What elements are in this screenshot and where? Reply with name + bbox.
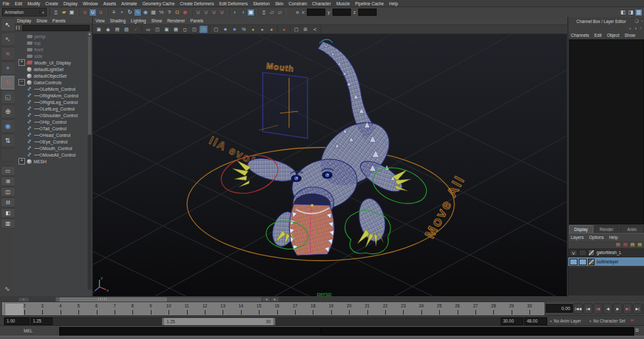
- keying-magnet-4-icon[interactable]: ∪: [218, 9, 226, 16]
- resolution-gate-icon[interactable]: ◫: [153, 26, 161, 33]
- two-pane-side-layout-button[interactable]: ◫: [1, 187, 15, 197]
- outliner-item-defaultlightset[interactable]: defaultLightSet: [14, 66, 92, 72]
- menu-modify[interactable]: Modify: [25, 1, 43, 6]
- outliner-item-mesh[interactable]: +MESH: [14, 158, 92, 165]
- outliner-item-mouth-ui-display[interactable]: +Mouth_UI_Display: [14, 59, 92, 66]
- menu-muscle[interactable]: Muscle: [334, 1, 353, 6]
- menu-pipeline-cache[interactable]: Pipeline Cache: [352, 1, 387, 6]
- auto-keyframe-icon[interactable]: ∞: [630, 317, 634, 323]
- keying-magnet-3-icon[interactable]: ∪: [210, 9, 218, 16]
- frame-selected-icon[interactable]: ◳: [200, 26, 207, 33]
- outliner-item-front[interactable]: front: [14, 46, 92, 53]
- layer-menu-options[interactable]: Options: [587, 235, 606, 240]
- image-plane-icon[interactable]: ▧: [122, 26, 130, 33]
- outliner-item-defaultobjectset[interactable]: defaultObjectSet: [14, 72, 92, 79]
- textured-display-icon[interactable]: ■: [230, 26, 238, 33]
- four-pane-layout-button[interactable]: ⊞: [1, 176, 15, 186]
- animation-start-field[interactable]: 1.00: [4, 317, 30, 325]
- percent-display-icon[interactable]: %: [240, 26, 248, 33]
- move-layer-down-icon[interactable]: ▤: [622, 242, 629, 248]
- x-coordinate-field[interactable]: [307, 9, 325, 16]
- menu-assets[interactable]: Assets: [101, 1, 119, 6]
- xray-joints-icon[interactable]: ⊞: [302, 26, 309, 33]
- render-pair-icon[interactable]: ◉: [142, 9, 149, 16]
- range-slider-bar[interactable]: 1.25 30: [162, 318, 275, 325]
- step-back-key-button[interactable]: |◀: [593, 303, 603, 314]
- channel-manipulator-icon[interactable]: +: [628, 26, 633, 31]
- grease-pencil-icon[interactable]: ∕: [132, 26, 140, 33]
- layer-gatormesh-l[interactable]: VgatorMesh_L: [568, 248, 644, 257]
- default-material-icon[interactable]: ●: [249, 26, 257, 33]
- save-scene-icon[interactable]: ▣: [68, 9, 76, 16]
- menu-character[interactable]: Character: [309, 1, 334, 6]
- outliner-item-moveall-control[interactable]: ∿MoveAll_Control: [14, 151, 92, 158]
- menu-file[interactable]: File: [0, 1, 12, 6]
- safe-title-icon[interactable]: ◫: [190, 26, 198, 33]
- menu-animate[interactable]: Animate: [119, 1, 140, 6]
- attribute-editor-toggle-icon[interactable]: ◨: [627, 9, 635, 16]
- outliner-item-side[interactable]: side: [14, 53, 92, 59]
- construction-history-icon[interactable]: ↻: [126, 9, 134, 16]
- camera-attributes-icon[interactable]: ◉: [104, 26, 112, 33]
- script-editor-icon[interactable]: ≣: [635, 327, 639, 333]
- step-forward-frame-button[interactable]: ▶|: [633, 303, 642, 314]
- soft-modification-icon[interactable]: ◉: [1, 119, 15, 133]
- menu-skin[interactable]: Skin: [273, 1, 286, 6]
- viewport-menu-lighting[interactable]: Lighting: [128, 18, 149, 23]
- outliner-item-hip-control[interactable]: ∿Hip_Control: [14, 118, 92, 125]
- snap-to-curve-icon[interactable]: ∪: [89, 9, 97, 16]
- layer-outlinelayer[interactable]: outlinelayer: [568, 257, 644, 267]
- lock-selection-icon[interactable]: Ω: [173, 9, 181, 16]
- channel-hyperbuild-icon[interactable]: ∕: [638, 26, 643, 31]
- layer-playback-toggle[interactable]: [579, 249, 587, 256]
- channel-menu-edit[interactable]: Edit: [591, 33, 604, 38]
- layer-visibility-toggle[interactable]: [570, 259, 577, 265]
- outliner-item-top[interactable]: top: [14, 39, 92, 46]
- open-lower-jaw[interactable]: [289, 204, 334, 255]
- persp-outliner-layout-button[interactable]: ◧: [1, 208, 15, 218]
- menu-edit-deformers[interactable]: Edit Deformers: [217, 1, 250, 6]
- outliner-item-gatorcontrols[interactable]: −GatorControls: [14, 79, 92, 86]
- select-camera-icon[interactable]: ▣: [95, 26, 103, 33]
- menu-help[interactable]: Help: [387, 1, 400, 6]
- counter-a-icon[interactable]: ▱: [268, 9, 276, 16]
- outliner-item-shoulder-control[interactable]: ∿Shoulder_Control: [14, 112, 92, 118]
- textured-sphere-icon[interactable]: ●: [267, 26, 275, 33]
- menu-create-deformers[interactable]: Create Deformers: [177, 1, 217, 6]
- outliner-item-persp[interactable]: persp: [14, 33, 92, 39]
- animation-end-field[interactable]: 48.00: [524, 317, 547, 325]
- outliner-item-rightarm-control[interactable]: ∿RightArm_Control: [14, 92, 92, 99]
- percent-icon[interactable]: %: [157, 9, 165, 16]
- film-gate-icon[interactable]: ▭: [144, 26, 152, 33]
- play-backwards-button[interactable]: ◀: [603, 303, 612, 314]
- custom-layout-icon[interactable]: ∿: [1, 283, 14, 295]
- paint-selection-tool-icon[interactable]: ≈: [1, 47, 15, 61]
- chevron-down-icon[interactable]: ▼: [40, 11, 46, 14]
- channel-list-area[interactable]: [569, 39, 644, 224]
- viewport-menu-view[interactable]: View: [93, 18, 107, 23]
- channel-menu-show[interactable]: Show: [622, 33, 637, 38]
- current-frame-indicator[interactable]: [5, 303, 24, 316]
- field-chart-icon[interactable]: ▦: [172, 26, 180, 33]
- outliner-menu-display[interactable]: Display: [14, 18, 34, 23]
- tab-display[interactable]: Display: [569, 225, 593, 233]
- scale-tool-icon[interactable]: ◱: [1, 90, 15, 104]
- menu-set-selector[interactable]: Animation ▼: [2, 8, 47, 16]
- menu-create[interactable]: Create: [43, 1, 61, 6]
- current-time-field[interactable]: 0.00: [546, 304, 573, 313]
- xray-icon[interactable]: ▢: [292, 26, 300, 33]
- menu-constrain[interactable]: Constrain: [286, 1, 309, 6]
- scrollbar-thumb[interactable]: [88, 36, 92, 135]
- play-forward-button[interactable]: ▶: [613, 303, 622, 314]
- layer-menu-layers[interactable]: Layers: [568, 235, 587, 240]
- wireframe-display-icon[interactable]: ▢: [212, 26, 220, 33]
- rotate-tool-icon[interactable]: ↻: [1, 76, 15, 90]
- viewport-menu-show[interactable]: Show: [149, 18, 165, 23]
- character-set-dropdown[interactable]: ▼ No Character Set: [589, 317, 626, 325]
- single-pane-layout-button[interactable]: ▭: [1, 166, 15, 176]
- dock-panel-icon[interactable]: ❏: [634, 18, 639, 24]
- lattice-icon[interactable]: ▦: [149, 9, 157, 16]
- snap-to-point-icon[interactable]: ∪: [97, 9, 105, 16]
- bookmark-icon[interactable]: ▤: [113, 26, 121, 33]
- pin-panel-icon[interactable]: ▫: [639, 18, 644, 24]
